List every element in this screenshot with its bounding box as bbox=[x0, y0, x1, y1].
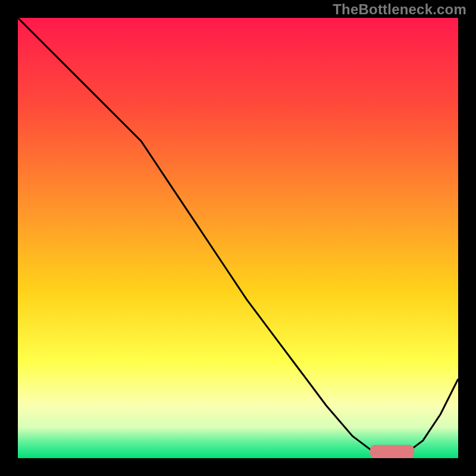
chart-svg bbox=[18, 18, 458, 458]
watermark-text: TheBottleneck.com bbox=[333, 1, 466, 18]
plot-area bbox=[18, 18, 458, 458]
chart-frame: TheBottleneck.com bbox=[0, 0, 476, 476]
optimal-marker bbox=[370, 445, 414, 458]
